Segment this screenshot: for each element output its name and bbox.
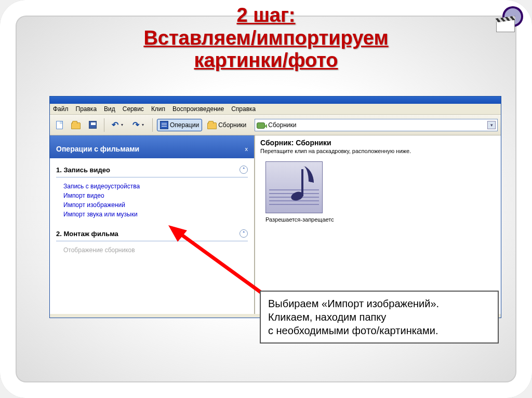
new-button[interactable] — [53, 119, 66, 131]
menu-tools[interactable]: Сервис — [123, 105, 144, 113]
clip-thumbnail[interactable] — [265, 161, 323, 213]
separator — [104, 118, 104, 132]
toolbar: ↶▾ ↷▾ Операции Сборники Сборники ▾ — [50, 115, 501, 135]
edit-links: Отображение сборников — [56, 241, 248, 262]
workarea: Операции с фильмами x 1. Запись видео ˄ … — [50, 135, 501, 314]
link-import-images[interactable]: Импорт изображений — [63, 200, 245, 210]
menu-view[interactable]: Вид — [104, 105, 115, 113]
folder-icon — [207, 122, 217, 129]
task-pane: Операции с фильмами x 1. Запись видео ˄ … — [50, 135, 255, 314]
undo-icon: ↶ — [112, 120, 118, 130]
section-capture[interactable]: 1. Запись видео ˄ — [56, 162, 248, 177]
tasks-label: Операции — [170, 121, 199, 129]
menu-help[interactable]: Справка — [231, 105, 256, 113]
task-pane-header: Операции с фильмами x — [50, 135, 254, 158]
menu-file[interactable]: Файл — [53, 105, 69, 113]
collection-title: Сборник: Сборники — [260, 139, 496, 147]
music-note-icon — [289, 167, 315, 203]
collections-combo[interactable]: Сборники ▾ — [255, 119, 498, 131]
chevron-down-icon[interactable]: ▾ — [487, 121, 496, 129]
new-file-icon — [56, 121, 63, 129]
task-pane-close[interactable]: x — [245, 146, 248, 152]
save-button[interactable] — [86, 119, 100, 131]
callout-line3: с необходимыми фото/картинками. — [268, 324, 490, 337]
open-button[interactable] — [68, 119, 84, 131]
menubar: Файл Правка Вид Сервис Клип Воспроизведе… — [50, 104, 501, 115]
menu-clip[interactable]: Клип — [151, 105, 165, 113]
collections-label: Сборники — [218, 121, 246, 129]
collapse-icon[interactable]: ˄ — [240, 166, 248, 174]
dropdown-arrow-icon[interactable]: ▾ — [120, 122, 124, 127]
task-pane-title: Операции с фильмами — [56, 145, 139, 153]
link-show-collections[interactable]: Отображение сборников — [63, 245, 245, 255]
collection-subtitle: Перетащите клип на раскадровку, располож… — [260, 147, 496, 159]
instruction-callout: Выбираем «Импорт изображений». Кликаем, … — [260, 291, 499, 344]
list-icon — [160, 121, 168, 129]
separator — [152, 118, 153, 132]
undo-button[interactable]: ↶▾ — [109, 118, 127, 132]
section-edit[interactable]: 2. Монтаж фильма ˄ — [56, 226, 248, 241]
collections-button[interactable]: Сборники — [204, 119, 249, 131]
callout-line1: Выбираем «Импорт изображений». — [268, 297, 490, 310]
link-import-audio[interactable]: Импорт звука или музыки — [63, 210, 245, 219]
task-pane-body: 1. Запись видео ˄ Запись с видеоустройст… — [50, 158, 254, 314]
menu-edit[interactable]: Правка — [76, 105, 97, 113]
redo-button[interactable]: ↷▾ — [129, 118, 148, 132]
title-line1: 2 шаг: — [237, 4, 296, 26]
titlebar — [50, 97, 501, 104]
redo-icon: ↷ — [132, 120, 139, 130]
menu-play[interactable]: Воспроизведение — [172, 105, 224, 113]
slide-title: 2 шаг: Вставляем/импортируем картинки/фо… — [0, 4, 532, 72]
tasks-button[interactable]: Операции — [157, 119, 202, 131]
link-import-video[interactable]: Импорт видео — [63, 191, 245, 200]
callout-line2: Кликаем, находим папку — [268, 310, 490, 324]
app-window: Файл Правка Вид Сервис Клип Воспроизведе… — [49, 96, 501, 318]
title-line2: Вставляем/импортируем — [143, 27, 388, 49]
clip-label: Разрешается-запрещаетс — [260, 216, 496, 223]
dropdown-arrow-icon[interactable]: ▾ — [141, 122, 145, 127]
link-capture-device[interactable]: Запись с видеоустройства — [63, 182, 245, 191]
floppy-icon — [89, 121, 97, 129]
capture-links: Запись с видеоустройства Импорт видео Им… — [56, 177, 248, 226]
folder-open-icon — [71, 122, 81, 129]
combo-value: Сборники — [265, 121, 296, 129]
collection-area: Сборник: Сборники Перетащите клип на рас… — [255, 135, 501, 314]
collapse-icon[interactable]: ˄ — [240, 229, 248, 238]
camera-icon — [257, 122, 265, 129]
title-line3: картинки/фото — [194, 49, 338, 71]
